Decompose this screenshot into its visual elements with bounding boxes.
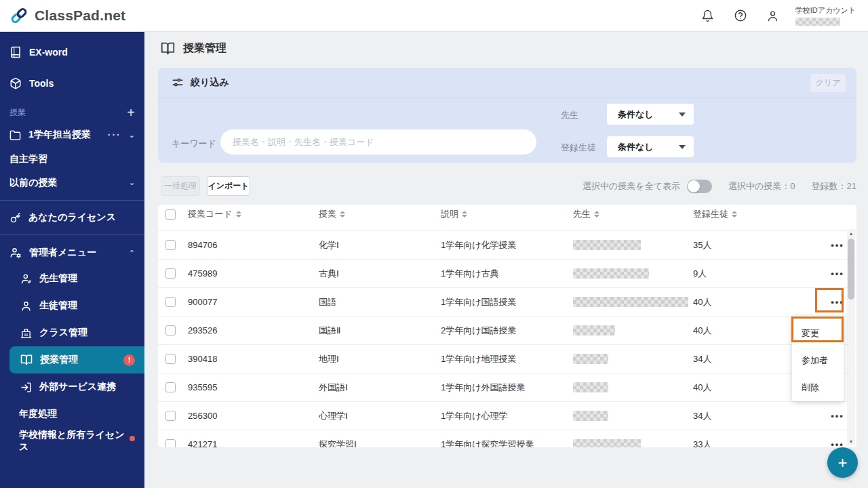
sidebar-label: EX-word <box>29 47 135 58</box>
sidebar-item-admin-menu[interactable]: 管理者メニュー ⌃ <box>0 241 144 265</box>
classpad-app: ClassPad.net 学校IDアカウント EX-word <box>0 0 868 488</box>
row-checkbox[interactable] <box>165 268 176 279</box>
show-selected-toggle[interactable] <box>687 180 712 193</box>
lesson-subject: 外国語Ⅰ <box>319 382 441 394</box>
lesson-subject: 国語 <box>319 296 441 308</box>
account-id-redacted <box>795 18 840 26</box>
student-count: 9人 <box>693 268 818 280</box>
row-checkbox[interactable] <box>165 439 176 447</box>
row-checkbox[interactable] <box>165 411 176 421</box>
dictionary-icon <box>9 46 22 58</box>
external-link-box-icon <box>20 382 32 393</box>
total-count: 登録数：21 <box>812 180 856 192</box>
row-checkbox[interactable] <box>165 382 176 392</box>
sidebar-label: 先生管理 <box>39 272 135 285</box>
select-all-checkbox[interactable] <box>165 209 176 220</box>
sidebar-item-class-mgmt[interactable]: クラス管理 <box>0 319 144 346</box>
sidebar-item-year-processing[interactable]: 年度処理 <box>0 401 144 428</box>
student-count: 40人 <box>693 296 818 308</box>
sidebar-label: 以前の授業 <box>9 177 121 189</box>
lesson-code: 256300 <box>188 411 319 421</box>
sidebar-item-previous-classes[interactable]: 以前の授業 ⌄ <box>0 171 144 195</box>
class-group-more-icon[interactable]: ··· <box>108 129 121 140</box>
sidebar-item-lesson-mgmt-active[interactable]: 授業管理 ! <box>9 346 144 373</box>
column-header-subject[interactable]: 授業 <box>319 208 441 220</box>
keyword-search-input[interactable] <box>220 129 536 155</box>
column-header-code[interactable]: 授業コード <box>188 208 319 220</box>
show-selected-label: 選択中の授業を全て表示 <box>583 180 680 192</box>
teacher-name-redacted <box>573 297 688 307</box>
sidebar-item-your-license[interactable]: あなたのライセンス <box>0 206 144 229</box>
sort-icon[interactable] <box>236 211 241 218</box>
folder-icon <box>9 129 21 141</box>
lesson-subject: 国語Ⅱ <box>319 325 441 337</box>
organization-icon <box>20 327 32 339</box>
sidebar-item-ex-word[interactable]: EX-word <box>0 39 144 66</box>
table-row: 900077 国語 1学年向け国語授業 40人 ••• <box>158 287 856 316</box>
sidebar-label: クラス管理 <box>39 327 135 339</box>
row-checkbox[interactable] <box>165 297 176 307</box>
teacher-name-redacted <box>573 411 608 421</box>
user-account-icon[interactable] <box>762 4 785 27</box>
student-count: 35人 <box>693 239 818 251</box>
lesson-subject: 地理Ⅰ <box>319 353 441 365</box>
add-class-icon[interactable]: + <box>127 106 135 119</box>
chevron-up-icon[interactable]: ⌃ <box>129 249 135 258</box>
teacher-filter-select[interactable]: 条件なし <box>607 104 694 125</box>
scroll-up-arrow-icon[interactable]: ▲ <box>847 229 855 237</box>
context-menu-participants[interactable]: 参加者 <box>792 347 844 374</box>
caret-down-icon <box>679 113 686 117</box>
lesson-subject: 古典Ⅰ <box>319 268 441 280</box>
divider <box>0 200 144 201</box>
chevron-down-icon[interactable]: ⌄ <box>129 131 135 140</box>
sidebar-item-school-info[interactable]: 学校情報と所有ライセンス <box>0 428 144 455</box>
account-info[interactable]: 学校IDアカウント <box>795 5 856 26</box>
sidebar-label: 管理者メニュー <box>29 247 121 259</box>
sidebar-item-external-services[interactable]: 外部サービス連携 <box>0 373 144 401</box>
table-row: 894706 化学Ⅰ 1学年向け化学授業 35人 ••• <box>158 230 856 259</box>
page-title: 授業管理 <box>183 41 226 56</box>
sidebar-item-self-study[interactable]: 自主学習 <box>0 147 144 171</box>
scroll-down-arrow-icon[interactable]: ▼ <box>847 437 855 445</box>
row-checkbox[interactable] <box>165 354 176 364</box>
sidebar-item-tools[interactable]: Tools <box>0 70 144 97</box>
classpad-logo[interactable]: ClassPad.net <box>9 6 125 25</box>
sort-icon[interactable] <box>462 211 467 218</box>
row-checkbox[interactable] <box>165 325 176 336</box>
column-header-teacher[interactable]: 先生 <box>573 208 693 220</box>
column-header-description[interactable]: 説明 <box>441 208 573 220</box>
students-filter-select[interactable]: 条件なし <box>607 136 694 157</box>
context-menu-delete[interactable]: 削除 <box>792 374 844 401</box>
students-filter-label: 登録生徒 <box>561 142 596 154</box>
context-menu-change[interactable]: 変更 <box>792 320 844 347</box>
help-icon[interactable] <box>729 4 752 27</box>
sort-icon[interactable] <box>594 211 599 218</box>
bulk-process-button[interactable]: 一括処理 <box>161 176 200 196</box>
sidebar-item-student-mgmt[interactable]: 生徒管理 <box>0 292 144 319</box>
sidebar-item-teacher-mgmt[interactable]: 先生管理 <box>0 265 144 292</box>
table-row: 935595 外国語Ⅰ 1学年向け外国語授業 40人 <box>158 373 856 401</box>
lesson-description: 2学年向け国語授業 <box>441 325 573 337</box>
table-row: 256300 心理学Ⅰ 1学年向け心理学 34人 ••• <box>158 401 856 430</box>
keyword-label: キーワード <box>172 138 216 150</box>
sort-icon[interactable] <box>340 211 345 218</box>
cube-icon <box>9 77 22 89</box>
lesson-code: 900077 <box>188 297 319 307</box>
import-button[interactable]: インポート <box>207 176 250 196</box>
toggle-knob <box>688 180 700 192</box>
lesson-code: 293526 <box>188 325 319 336</box>
sidebar-item-class-group[interactable]: 1学年担当授業 ··· ⌄ <box>0 123 144 147</box>
table-scrollbar[interactable]: ▲ ▼ <box>847 229 855 445</box>
clear-filter-button[interactable]: クリア <box>810 74 846 92</box>
row-checkbox[interactable] <box>165 240 176 250</box>
add-lesson-fab[interactable]: + <box>827 447 858 478</box>
filter-title: 絞り込み <box>191 77 804 89</box>
scrollbar-thumb[interactable] <box>848 239 854 300</box>
notifications-bell-icon[interactable] <box>696 4 719 27</box>
chevron-down-icon[interactable]: ⌄ <box>129 178 135 187</box>
column-header-students[interactable]: 登録生徒 <box>693 208 818 220</box>
lessons-table: 授業コード 授業 説明 先生 登録生徒 <box>158 205 856 447</box>
row-context-menu: 変更 参加者 削除 <box>792 316 844 401</box>
logo-text: ClassPad.net <box>35 7 125 24</box>
sort-icon[interactable] <box>732 211 737 218</box>
